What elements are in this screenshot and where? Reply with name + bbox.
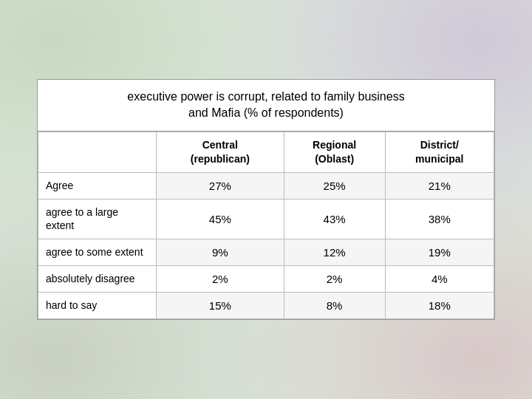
cell-central: 15% [157, 293, 284, 319]
table-title: executive power is corrupt, related to f… [38, 80, 494, 132]
data-table: Central (republican) Regional (Oblast) D… [38, 132, 494, 319]
cell-regional: 12% [284, 239, 385, 266]
row-label: Agree [38, 172, 157, 199]
row-label: agree to some extent [38, 239, 157, 266]
row-label: agree to a large extent [38, 199, 157, 239]
cell-district: 19% [385, 239, 494, 266]
cell-regional: 8% [284, 293, 385, 319]
cell-central: 27% [157, 172, 284, 199]
table-row: absolutely disagree2%2%4% [38, 266, 494, 293]
cell-district: 18% [385, 293, 494, 319]
row-label: hard to say [38, 293, 157, 319]
cell-central: 45% [157, 199, 284, 239]
cell-district: 4% [385, 266, 494, 293]
cell-regional: 25% [284, 172, 385, 199]
table-container: executive power is corrupt, related to f… [37, 79, 495, 320]
table-row: agree to some extent9%12%19% [38, 239, 494, 266]
cell-district: 38% [385, 199, 494, 239]
col-header-central: Central (republican) [157, 132, 284, 172]
cell-regional: 2% [284, 266, 385, 293]
row-label: absolutely disagree [38, 266, 157, 293]
cell-district: 21% [385, 172, 494, 199]
col-header-district: District/ municipal [385, 132, 494, 172]
cell-central: 9% [157, 239, 284, 266]
col-header-regional: Regional (Oblast) [284, 132, 385, 172]
cell-central: 2% [157, 266, 284, 293]
table-row: hard to say15%8%18% [38, 293, 494, 319]
col-header-row-label [38, 132, 157, 172]
cell-regional: 43% [284, 199, 385, 239]
table-row: agree to a large extent45%43%38% [38, 199, 494, 239]
table-row: Agree27%25%21% [38, 172, 494, 199]
